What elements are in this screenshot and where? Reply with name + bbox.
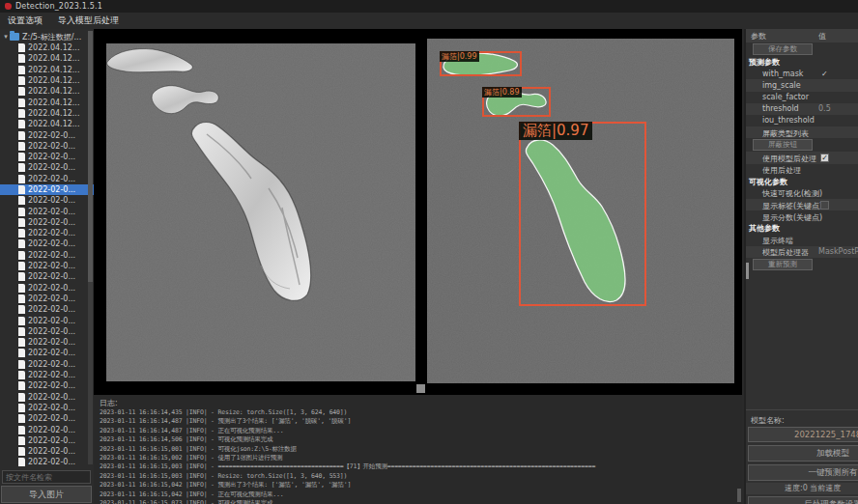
- param-row[interactable]: 使用后处理: [746, 164, 858, 176]
- tree-item-label: 2022-02-0...: [28, 153, 75, 161]
- param-row[interactable]: with_mask✓: [746, 68, 858, 79]
- param-row[interactable]: 显示终端: [746, 235, 858, 246]
- tree-scrollbar-thumb[interactable]: [88, 31, 93, 282]
- menu-settings[interactable]: 设置选项: [0, 14, 50, 27]
- param-row[interactable]: 模型后处理器MaskPostPro: [746, 246, 858, 258]
- tree-item[interactable]: 2022-02-0...: [0, 348, 94, 358]
- file-icon: [18, 414, 25, 423]
- params-scrollbar[interactable]: [746, 263, 749, 279]
- source-image-defects: [106, 43, 415, 381]
- file-icon: [18, 262, 25, 270]
- file-icon: [18, 381, 25, 390]
- param-button-row: 保存参数: [746, 42, 858, 56]
- log-panel: 日志: 2023-01-11 16:16:14,435 |INFO| - Res…: [94, 395, 742, 504]
- tree-item[interactable]: 2022.04.12...: [0, 86, 94, 97]
- tree-item[interactable]: 2022-02-0...: [0, 271, 94, 282]
- tree-item[interactable]: 2022-02-0...: [0, 228, 94, 238]
- log-line: 2023-01-11 16:16:14,506 |INFO| - 可视化预测结果…: [100, 435, 737, 444]
- tree-item[interactable]: 2022-02-0...: [0, 174, 94, 184]
- param-row[interactable]: 使用模型后处理✓: [746, 152, 858, 163]
- param-row[interactable]: scale_factor: [746, 92, 858, 103]
- import-images-button[interactable]: 导入图片: [1, 486, 92, 503]
- param-row[interactable]: img_scale: [746, 79, 858, 91]
- param-row[interactable]: iou_threshold: [746, 115, 858, 126]
- param-row[interactable]: 快速可视化(检测): [746, 187, 858, 199]
- param-row[interactable]: 显示分数(关键点): [746, 210, 858, 222]
- tree-item[interactable]: 2022.04.12...: [0, 75, 94, 86]
- filename-search-input[interactable]: [2, 470, 91, 484]
- file-icon: [18, 251, 25, 260]
- splitter-handle[interactable]: [416, 384, 425, 393]
- load-model-button[interactable]: 加载模型: [748, 445, 858, 462]
- tree-item[interactable]: 2022-02-0...: [0, 326, 94, 337]
- tree-item-label: 2022-02-0...: [28, 349, 75, 357]
- tree-item-label: 2022-02-0...: [28, 338, 75, 347]
- postprocess-settings-button[interactable]: 后处理参数设置: [748, 496, 858, 504]
- tree-item[interactable]: 2022.04.12...: [0, 53, 94, 64]
- speed-text: 速度:0 当前速度: [746, 483, 858, 494]
- save-params-button[interactable]: 保存参数: [753, 43, 813, 55]
- tree-item[interactable]: 2022-02-0...: [0, 238, 94, 249]
- param-row[interactable]: 屏蔽类型列表: [746, 126, 858, 138]
- tree-item[interactable]: 2022-02-0...: [0, 250, 94, 261]
- tree-item[interactable]: 2022-02-0...: [0, 283, 94, 294]
- tree-item[interactable]: 2022-02-0...: [0, 141, 94, 152]
- source-image-panel[interactable]: [106, 43, 415, 381]
- tree-item[interactable]: 2022-02-0...: [0, 195, 94, 206]
- menu-import-model-postprocess[interactable]: 导入模型后处理: [50, 14, 127, 27]
- prediction-image-panel[interactable]: 漏箔|0.99 漏箔|0.89 漏箔|0.97: [427, 39, 734, 383]
- tree-item[interactable]: 2022.04.12...: [0, 42, 94, 53]
- tree-item[interactable]: 2022-02-0...: [0, 217, 94, 228]
- param-row[interactable]: threshold0.5: [746, 103, 858, 115]
- tree-item-label: 2022-02-0...: [28, 262, 75, 270]
- params-panel: 参数 值 保存参数预测参数with_mask✓img_scalescale_fa…: [744, 29, 858, 504]
- param-section-label: 预测参数: [749, 57, 780, 68]
- log-line: 2023-01-11 16:16:14,487 |INFO| - 预测出了3个结…: [100, 417, 737, 426]
- tree-item[interactable]: 2022-02-0...: [0, 446, 94, 457]
- detection-bbox[interactable]: 漏箔|0.97: [519, 122, 646, 306]
- tree-scrollbar[interactable]: [88, 31, 93, 464]
- file-panel: ▾ Z:/5-标注数据/... 2022.04.12...2022.04.12.…: [0, 29, 94, 504]
- tree-item[interactable]: 2022-02-0...: [0, 304, 94, 315]
- tree-root-folder[interactable]: ▾ Z:/5-标注数据/...: [0, 31, 94, 42]
- file-icon: [18, 404, 25, 412]
- expand-arrow-icon[interactable]: ▾: [2, 33, 10, 41]
- tree-item[interactable]: 2022-02-0...: [0, 337, 94, 348]
- repredict-button[interactable]: 重新预测: [753, 259, 813, 270]
- checkbox-checked[interactable]: ✓: [820, 154, 829, 162]
- detection-bbox[interactable]: 漏箔|0.99: [440, 51, 522, 76]
- tree-item[interactable]: 2022-02-0...: [0, 162, 94, 173]
- tree-item[interactable]: 2022-02-0...: [0, 359, 94, 370]
- tree-item-label: 2022-02-0...: [28, 426, 75, 434]
- tree-item[interactable]: 2022-02-0...: [0, 457, 94, 466]
- tree-item[interactable]: 2022-02-0...: [0, 403, 94, 413]
- tree-item[interactable]: 2022-02-0...: [0, 424, 94, 434]
- log-lines[interactable]: 2023-01-11 16:16:14,435 |INFO| - Resize:…: [100, 408, 737, 504]
- tree-item[interactable]: 2022-02-0...: [0, 184, 94, 195]
- detection-bbox[interactable]: 漏箔|0.89: [482, 87, 551, 117]
- tree-item[interactable]: 2022-02-0...: [0, 413, 94, 424]
- tree-item[interactable]: 2022-02-0...: [0, 435, 94, 446]
- tree-item[interactable]: 2022-02-0...: [0, 129, 94, 140]
- tree-item[interactable]: 2022-02-0...: [0, 380, 94, 391]
- file-icon: [18, 43, 25, 52]
- mask-type-button[interactable]: 屏蔽按钮: [753, 139, 813, 151]
- param-row[interactable]: 显示标签(关键点): [746, 199, 858, 210]
- tree-item[interactable]: 2022-02-0...: [0, 152, 94, 162]
- model-name-label: 模型名称:: [751, 415, 785, 426]
- tree-item[interactable]: 2022-02-0...: [0, 392, 94, 403]
- tree-item[interactable]: 2022-02-0...: [0, 261, 94, 271]
- tree-item[interactable]: 2022.04.12...: [0, 97, 94, 107]
- model-name-button[interactable]: 20221225_174813: [748, 427, 858, 442]
- tree-item[interactable]: 2022.04.12...: [0, 119, 94, 129]
- checkbox-empty[interactable]: [820, 201, 829, 210]
- tree-item[interactable]: 2022.04.12...: [0, 65, 94, 75]
- tree-item[interactable]: 2022-02-0...: [0, 206, 94, 216]
- tree-item[interactable]: 2022-02-0...: [0, 294, 94, 304]
- log-scrollbar[interactable]: [737, 489, 741, 502]
- tree-item[interactable]: 2022-02-0...: [0, 315, 94, 325]
- predict-all-button[interactable]: 一键预测所有: [748, 464, 858, 481]
- tree-item[interactable]: 2022.04.12...: [0, 108, 94, 119]
- tree-item-label: 2022-02-0...: [28, 447, 75, 456]
- tree-item[interactable]: 2022-02-0...: [0, 370, 94, 380]
